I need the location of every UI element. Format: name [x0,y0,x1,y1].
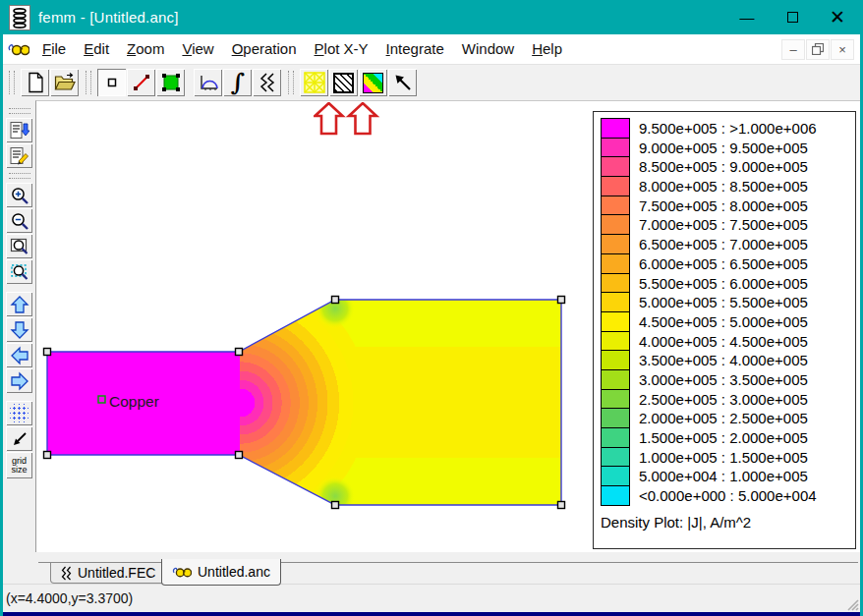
menu-file[interactable]: File [33,36,75,61]
mdi-restore-button[interactable] [806,39,830,60]
legend-color-swatch [601,253,630,274]
mdi-minimize-button[interactable]: – [781,39,805,60]
menu-operation[interactable]: Operation [223,36,306,61]
zoom-window-icon [10,237,29,256]
window-bottom-border [3,612,860,616]
legend-color-swatch [601,369,630,390]
menu-integrate[interactable]: Integrate [377,36,453,61]
plot-xy-button[interactable] [194,69,222,96]
legend-color-swatch [601,485,630,506]
block-mode-button[interactable] [156,69,185,96]
line-mode-button[interactable] [127,69,155,96]
legend-row: 1.000e+005 : 1.500e+005 [601,448,855,468]
legend-row: 8.500e+005 : 9.000e+005 [601,157,855,177]
point-mode-button[interactable] [97,69,126,96]
grid-size-button[interactable]: gridsize [6,452,32,478]
title-bar: femm - [Untitled.anc] — ✕ [3,0,860,34]
menu-help[interactable]: Help [523,36,571,61]
zoom-out-button[interactable] [6,208,32,233]
status-bar: (x=4.4000,y=3.3700) [3,584,860,612]
toolbar-drag-handle[interactable] [288,71,294,94]
legend-range-label: 9.500e+005 : >1.000e+006 [639,119,817,139]
resize-grip[interactable] [843,595,859,611]
zoom-window-button[interactable] [6,234,32,258]
menu-view[interactable]: View [173,36,222,61]
legend-range-label: 2.000e+005 : 2.500e+005 [639,409,808,428]
legend-color-swatch [601,214,630,235]
window-minimize-button[interactable]: — [724,0,770,34]
vector-plot-button[interactable] [388,69,417,96]
contour-button[interactable] [253,69,281,96]
density-legend: 9.500e+005 : >1.000e+0069.000e+005 : 9.5… [593,111,856,549]
new-file-button[interactable] [21,69,49,96]
show-mesh-button[interactable] [300,69,328,96]
legend-row: 3.000e+005 : 3.500e+005 [601,370,855,390]
legend-color-swatch [601,176,630,196]
zoom-in-button[interactable] [6,183,32,207]
window-title: femm - [Untitled.anc] [38,9,179,26]
edit-properties-button[interactable] [6,143,32,168]
legend-range-label: 9.000e+005 : 9.500e+005 [639,139,808,158]
legend-color-swatch [601,427,630,448]
zoom-in-icon [10,186,29,205]
greyscale-density-button[interactable] [329,69,358,96]
legend-color-swatch [601,408,630,428]
vector-plot-icon [393,73,413,92]
red-up-arrow [316,103,343,134]
legend-row: 4.500e+005 : 5.000e+005 [601,312,855,332]
legend-row: 9.000e+005 : 9.500e+005 [601,139,855,158]
legend-range-label: 7.000e+005 : 7.500e+005 [639,215,808,235]
snap-grid-button[interactable] [6,426,32,451]
legend-range-label: 3.000e+005 : 3.500e+005 [639,370,808,390]
legend-range-label: 8.000e+005 : 8.500e+005 [639,177,808,196]
menu-window[interactable]: Window [453,36,523,61]
open-file-button[interactable] [50,69,79,96]
toolbar-drag-handle[interactable] [9,108,30,114]
drawing-canvas[interactable]: Copper 9.500e+005 : >1.000e+0069.000e+00… [35,100,860,552]
menu-plot-x-y[interactable]: Plot X-Y [306,36,377,61]
legend-row: 1.500e+005 : 2.000e+005 [601,428,855,448]
grid-toggle-icon [10,404,29,422]
window-close-button[interactable]: ✕ [815,0,860,34]
legend-row: 5.500e+005 : 6.000e+005 [601,274,855,294]
toolbar-drag-handle[interactable] [86,71,91,94]
legend-row: <0.000e+000 : 5.000e+004 [601,486,855,506]
mesh-info-button[interactable] [6,118,32,142]
glasses-icon [8,41,29,57]
pan-right-button[interactable] [6,368,32,393]
integrate-button[interactable]: ∫ [223,69,252,96]
window-maximize-button[interactable] [770,0,815,34]
legend-color-swatch [601,234,630,254]
menu-edit[interactable]: Edit [75,36,118,61]
toolbar-drag-handle[interactable] [9,71,15,94]
mesh-info-icon [9,121,29,140]
legend-range-label: 1.000e+005 : 1.500e+005 [639,448,808,468]
legend-row: 4.000e+005 : 4.500e+005 [601,332,855,352]
legend-color-swatch [601,311,630,332]
legend-color-swatch [601,389,630,410]
red-up-arrow [349,103,376,134]
color-density-button[interactable] [359,69,387,96]
legend-row: 6.000e+005 : 6.500e+005 [601,254,855,274]
tab-untitled-fec[interactable]: Untitled.FEC [50,563,166,584]
pan-up-button[interactable] [6,292,32,316]
glasses-icon [172,565,192,579]
legend-color-swatch [601,273,630,294]
legend-color-swatch [601,331,630,352]
tab-untitled-anc[interactable]: Untitled.anc [161,559,281,586]
legend-row: 3.500e+005 : 4.000e+005 [601,351,855,370]
menu-zoom[interactable]: Zoom [118,36,173,61]
pan-left-button[interactable] [6,343,32,367]
tab-label: Untitled.FEC [78,565,155,581]
legend-range-label: 5.000e+005 : 5.500e+005 [639,293,808,312]
toolbar-drag-handle[interactable] [9,173,30,179]
mdi-close-button[interactable]: × [831,39,854,60]
mesh-icon [304,72,325,93]
edit-properties-icon [9,146,29,166]
snap-grid-icon [10,429,29,449]
block-label-text: Copper [109,393,159,410]
point-mode-icon [102,73,122,92]
grid-toggle-button[interactable] [6,401,32,425]
pan-down-button[interactable] [6,317,32,342]
zoom-extents-button[interactable] [6,259,32,284]
